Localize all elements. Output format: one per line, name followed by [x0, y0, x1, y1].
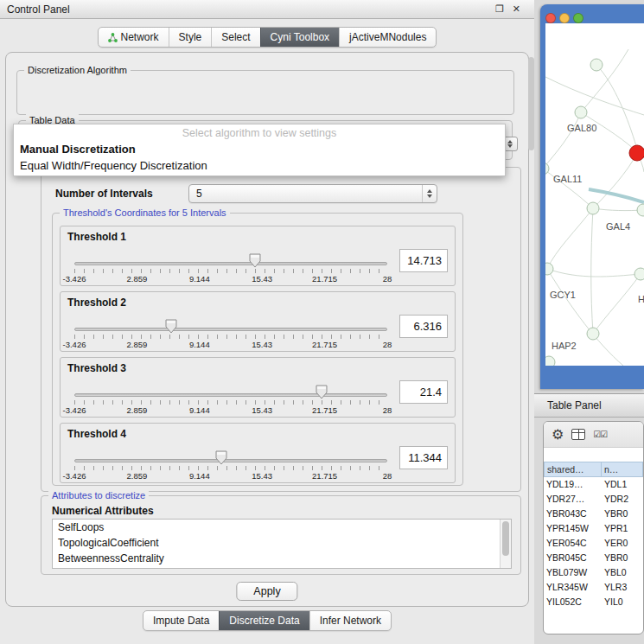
network-node[interactable] [575, 106, 587, 118]
threshold-label: Threshold 4 [67, 428, 126, 440]
table-cell: YPR1 [602, 521, 643, 536]
table-row[interactable]: YBR045C YBR0 [544, 551, 643, 565]
slider-scale: -3.4262.8599.14415.4321.71528 [74, 340, 387, 350]
table-cell: YDR2 [602, 492, 643, 507]
threshold-row: Threshold 3 -3.4262.8599.14415.4321.7152… [60, 357, 456, 418]
network-node[interactable] [629, 145, 644, 161]
tab-infer-network[interactable]: Infer Network [309, 611, 391, 630]
slider-thumb[interactable] [165, 319, 177, 334]
network-node[interactable] [545, 263, 553, 275]
threshold-value-field[interactable]: 14.713 [399, 249, 448, 272]
network-edge[interactable] [547, 269, 623, 366]
tab-jactivemnodules[interactable]: jActiveMNodules [339, 28, 436, 47]
threshold-value-field[interactable]: 11.344 [399, 446, 448, 469]
threshold-row: Threshold 1 -3.4262.8599.14415.4321.7152… [60, 226, 456, 286]
slider-track [74, 328, 387, 331]
network-edge[interactable] [593, 208, 643, 211]
slider-scale: -3.4262.8599.14415.4321.71528 [74, 405, 387, 416]
zoom-button[interactable] [573, 13, 583, 23]
table-cell: YDL19… [544, 477, 602, 492]
threshold-row: Threshold 4 -3.4262.8599.14415.4321.7152… [60, 423, 456, 483]
table-row[interactable]: YDL19… YDL1 [544, 477, 643, 492]
panel-scrollbar[interactable] [528, 54, 534, 605]
stepper-up-icon [507, 140, 513, 143]
threshold-value-field[interactable]: 21.4 [399, 380, 448, 404]
table-cell: YBL079W [544, 565, 602, 580]
table-row[interactable]: YLR345W YLR3 [544, 580, 643, 595]
column-header-name[interactable]: n… [602, 462, 643, 477]
network-node[interactable] [587, 202, 599, 214]
discretization-algorithm-group-label: Discretization Algorithm [24, 64, 131, 76]
gear-icon[interactable]: ⚙ [552, 428, 564, 442]
table-row[interactable]: YIL052C YIL0 [544, 595, 643, 609]
table-row[interactable]: YBL079W YBL0 [544, 565, 643, 580]
close-button[interactable] [545, 13, 556, 23]
network-node[interactable] [587, 328, 599, 340]
number-of-intervals-value: 5 [196, 188, 202, 200]
network-edge[interactable] [593, 274, 641, 334]
table-panel-toolbar: ⚙ ☑☑ [544, 422, 643, 448]
tab-cyni-toolbox[interactable]: Cyni Toolbox [260, 28, 339, 47]
stepper-down-icon [507, 144, 513, 148]
attribute-list-item[interactable]: BetweennessCentrality [53, 551, 511, 566]
list-scrollbar-thumb[interactable] [502, 521, 509, 556]
scale-tick-label: 15.43 [252, 405, 272, 415]
scale-tick-label: 2.859 [127, 274, 148, 284]
bottom-tab-segmented-control: Impute DataDiscretize DataInfer Network [143, 610, 392, 631]
network-edge[interactable] [545, 112, 581, 169]
network-edge[interactable] [589, 189, 644, 202]
slider-thumb[interactable] [249, 253, 261, 268]
table-row[interactable]: YDR27… YDR2 [544, 492, 643, 507]
network-edge[interactable] [547, 269, 641, 277]
dropdown-option[interactable]: Manual Discretization [14, 141, 505, 157]
scale-tick-label: 9.144 [189, 340, 210, 349]
table-columns-icon[interactable] [571, 429, 585, 440]
attribute-list-item[interactable]: SelfLoops [53, 520, 511, 535]
minimize-button[interactable] [559, 13, 570, 23]
network-edge[interactable] [581, 49, 628, 112]
scale-tick-label: 21.715 [312, 471, 337, 481]
table-row[interactable]: YBR043C YBR0 [544, 507, 643, 521]
numerical-attributes-list[interactable]: SelfLoopsTopologicalCoefficientBetweenne… [52, 519, 512, 569]
thresholds-group: Threshold's Coordinates for 5 Intervals … [52, 213, 463, 486]
threshold-value-field[interactable]: 6.316 [399, 315, 448, 338]
network-node-label: GCY1 [550, 290, 576, 300]
numerical-attributes-label: Numerical Attributes [52, 505, 154, 517]
scale-tick-label: 2.859 [127, 340, 148, 349]
scale-tick-label: 28 [383, 471, 392, 481]
tab-style[interactable]: Style [169, 28, 212, 47]
threshold-slider[interactable]: -3.4262.8599.14415.4321.71528 [74, 448, 387, 482]
slider-thumb[interactable] [316, 385, 328, 399]
table-row[interactable]: YPR145W YPR1 [544, 521, 643, 536]
scale-tick-label: 28 [383, 340, 392, 349]
attribute-list-item[interactable]: TopologicalCoefficient [53, 535, 511, 551]
tab-network[interactable]: Network [99, 28, 169, 47]
apply-button[interactable]: Apply [236, 582, 297, 601]
network-edge[interactable] [591, 208, 593, 334]
threshold-slider[interactable]: -3.4262.8599.14415.4321.71528 [74, 382, 387, 417]
network-node[interactable] [634, 268, 644, 280]
dropdown-option[interactable]: Equal Width/Frequency Discretization [14, 157, 505, 174]
column-header-shared-name[interactable]: shared… [544, 462, 602, 477]
table-panel-title: Table Panel [547, 399, 602, 411]
float-window-icon[interactable]: ❐ [495, 4, 504, 14]
close-icon[interactable]: ✕ [513, 4, 520, 14]
threshold-slider[interactable]: -3.4262.8599.14415.4321.71528 [74, 251, 387, 285]
network-node[interactable] [637, 204, 644, 216]
threshold-slider[interactable]: -3.4262.8599.14415.4321.71528 [74, 316, 387, 351]
table-row[interactable]: YER054C YER0 [544, 536, 643, 551]
number-of-intervals-combo[interactable]: 5 [188, 184, 437, 203]
panel-scrollbar-thumb[interactable] [528, 57, 534, 150]
table-cell: YBR045C [544, 551, 602, 565]
network-node[interactable] [545, 356, 555, 366]
network-canvas[interactable]: GAL80GAL11GAL4GCY1HAP2H [545, 23, 644, 366]
table-cell: YLR345W [544, 580, 602, 595]
network-edge[interactable] [547, 208, 593, 269]
tab-discretize-data[interactable]: Discretize Data [219, 611, 309, 630]
slider-thumb[interactable] [215, 450, 227, 465]
tab-select[interactable]: Select [211, 28, 259, 47]
checkbox-grid-icon[interactable]: ☑☑ [593, 430, 607, 439]
network-node[interactable] [590, 59, 603, 71]
list-scrollbar[interactable] [500, 520, 511, 568]
tab-impute-data[interactable]: Impute Data [143, 611, 219, 630]
